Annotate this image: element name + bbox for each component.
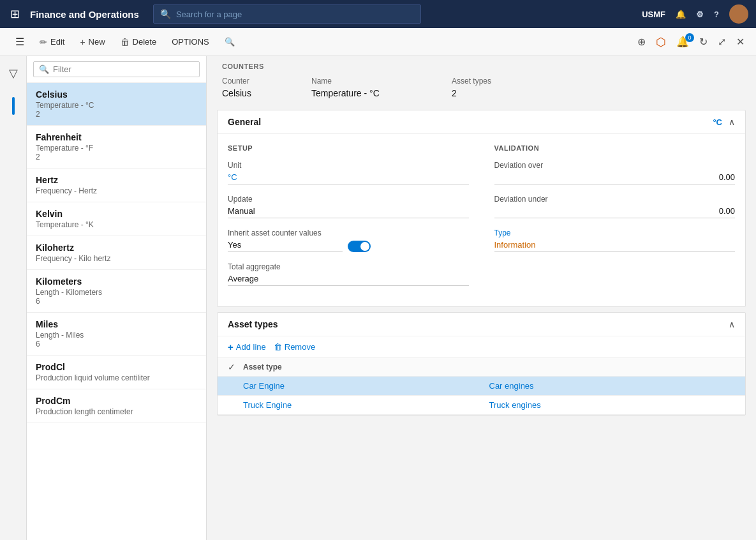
remove-button[interactable]: 🗑 Remove: [274, 342, 315, 352]
general-section: General °C ∧ SETUP Unit °C Update Manua: [217, 110, 746, 307]
counter-col: Counter Celsius: [222, 77, 311, 98]
inherit-yes: Yes: [228, 240, 343, 252]
list-item-num: 6: [36, 340, 197, 349]
list-item[interactable]: Kilohertz Frequency - Kilo hertz: [27, 236, 206, 270]
total-agg-field: Total aggregate Average: [228, 262, 469, 286]
list-item-sub: Length - Kilometers: [36, 288, 197, 297]
asset-table-header: ✓ Asset type: [218, 358, 745, 377]
dev-over-value[interactable]: 0.00: [494, 172, 736, 184]
unit-label: Unit: [228, 161, 469, 170]
close-icon[interactable]: ✕: [734, 33, 747, 50]
counter-name-col: Name Temperature - °C: [311, 77, 452, 98]
toolbar-notif[interactable]: 🔔 0: [674, 36, 692, 48]
table-row[interactable]: Truck Engine Truck engines: [218, 396, 745, 415]
top-nav-right: USMF 🔔 ⚙ ?: [642, 4, 748, 24]
counter-asset-header: Asset types: [452, 77, 515, 86]
org-code: USMF: [642, 10, 665, 19]
remove-icon: 🗑: [274, 342, 282, 352]
validation-header: VALIDATION: [494, 144, 736, 152]
counter-asset-col: Asset types 2: [452, 77, 515, 98]
sidebar-toggle-btn[interactable]: ☰: [9, 33, 31, 51]
asset-type-cell: Car Engine: [243, 381, 489, 391]
list-item[interactable]: Fahrenheit Temperature - °F 2: [27, 126, 206, 169]
new-button[interactable]: + New: [73, 34, 111, 50]
asset-types-header: Asset types ∧: [218, 313, 745, 336]
update-value[interactable]: Manual: [228, 206, 469, 218]
type-field: Type Information: [494, 229, 736, 252]
dev-under-field: Deviation under 0.00: [494, 195, 736, 218]
add-line-button[interactable]: + Add line: [228, 341, 266, 352]
refresh-icon[interactable]: ↻: [697, 33, 710, 50]
list-item[interactable]: Celsius Temperature - °C 2: [27, 83, 206, 126]
app-title: Finance and Operations: [30, 9, 139, 20]
dev-under-value[interactable]: 0.00: [494, 206, 736, 218]
list-item-name: Kelvin: [36, 209, 197, 219]
help-icon[interactable]: ?: [714, 10, 719, 19]
asset-types-title: Asset types: [228, 319, 278, 329]
counters-label: COUNTERS: [222, 63, 741, 70]
filter-input-wrap[interactable]: 🔍: [33, 61, 200, 77]
top-nav: ⊞ Finance and Operations 🔍 USMF 🔔 ⚙ ?: [0, 0, 756, 28]
list-item-sub: Production length centimeter: [36, 407, 197, 416]
list-item[interactable]: Kelvin Temperature - °K: [27, 202, 206, 236]
list-item[interactable]: ProdCl Production liquid volume centilit…: [27, 356, 206, 389]
general-collapse-btn[interactable]: ∧: [729, 117, 735, 127]
check-header: ✓: [228, 362, 243, 372]
total-agg-value[interactable]: Average: [228, 274, 469, 286]
unit-value[interactable]: °C: [228, 172, 469, 184]
asset-type-cell: Truck Engine: [243, 400, 489, 410]
filter-icon[interactable]: ▽: [5, 63, 22, 84]
unit-label: °C: [713, 117, 722, 127]
validation-col: VALIDATION Deviation over 0.00 Deviation…: [494, 144, 736, 296]
sidebar-strip: ▽: [0, 56, 27, 540]
expand-icon[interactable]: ⤢: [715, 33, 729, 50]
asset-name-cell: Car engines: [489, 381, 736, 391]
settings-icon[interactable]: ⚙: [696, 10, 704, 19]
pin-icon[interactable]: ⊕: [635, 33, 648, 50]
filter-input[interactable]: [53, 64, 194, 74]
asset-types-collapse-btn[interactable]: ∧: [729, 319, 735, 329]
counter-name-value: Temperature - °C: [311, 88, 452, 98]
list-items: Celsius Temperature - °C 2 Fahrenheit Te…: [27, 83, 206, 540]
notification-bell[interactable]: 🔔: [676, 8, 686, 20]
delete-icon: 🗑: [121, 37, 130, 47]
main-layout: ▽ 🔍 Celsius Temperature - °C 2 Fahrenhei…: [0, 56, 756, 540]
list-item-sub: Production liquid volume centiliter: [36, 373, 197, 382]
type-value[interactable]: Information: [494, 240, 736, 252]
list-item-name: Kilohertz: [36, 243, 197, 253]
list-item-sub: Frequency - Hertz: [36, 186, 197, 195]
dev-over-field: Deviation over 0.00: [494, 161, 736, 184]
inherit-toggle[interactable]: [348, 241, 371, 252]
counter-header: Counter: [222, 77, 311, 86]
list-item[interactable]: Hertz Frequency - Hertz: [27, 169, 206, 202]
table-row[interactable]: Car Engine Car engines: [218, 377, 745, 396]
add-line-icon: +: [228, 341, 233, 352]
grid-icon[interactable]: ⊞: [8, 4, 22, 24]
active-bar: [12, 97, 15, 115]
setup-col: SETUP Unit °C Update Manual Inherit asse…: [228, 144, 469, 296]
list-item[interactable]: Kilometers Length - Kilometers 6: [27, 270, 206, 313]
counter-value: Celsius: [222, 88, 311, 98]
delete-button[interactable]: 🗑 Delete: [114, 34, 163, 50]
list-item[interactable]: Miles Length - Miles 6: [27, 313, 206, 356]
search-input[interactable]: [176, 10, 414, 19]
total-agg-label: Total aggregate: [228, 262, 469, 271]
options-button[interactable]: OPTIONS: [165, 34, 216, 50]
edit-button[interactable]: ✏ Edit: [33, 34, 71, 50]
filter-search-button[interactable]: 🔍: [218, 34, 241, 50]
section-header-right: °C ∧: [713, 117, 735, 127]
asset-types-section: Asset types ∧ + Add line 🗑 Remove ✓ Asse…: [217, 312, 746, 416]
user-avatar[interactable]: [729, 4, 748, 24]
list-item[interactable]: ProdCm Production length centimeter: [27, 389, 206, 423]
type-label: Type: [494, 229, 736, 237]
list-item-sub: Temperature - °K: [36, 220, 197, 229]
update-label: Update: [228, 195, 469, 204]
toggle-knob: [360, 242, 369, 251]
toggle-wrap: Yes: [228, 240, 469, 252]
list-item-sub: Temperature - °C: [36, 101, 197, 110]
list-item-name: Celsius: [36, 89, 197, 100]
asset-type-col-header: Asset type: [243, 363, 489, 371]
inherit-field: Inherit asset counter values Yes: [228, 229, 469, 252]
office-icon[interactable]: ⬡: [653, 33, 669, 52]
search-bar[interactable]: 🔍: [153, 4, 421, 24]
